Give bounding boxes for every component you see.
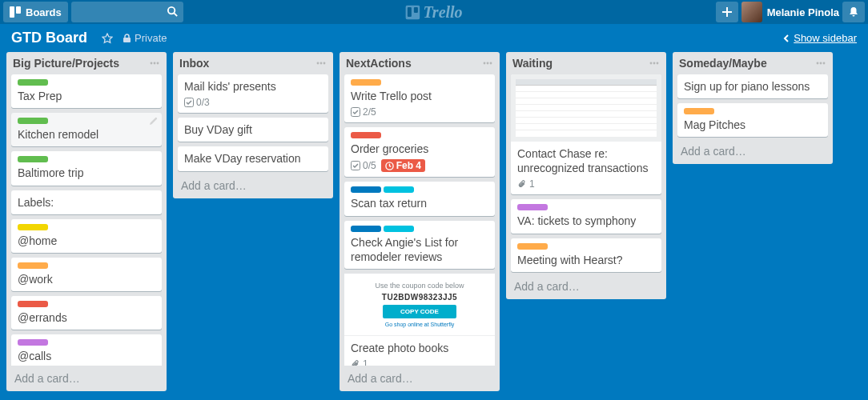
list-menu-button[interactable] <box>649 58 660 69</box>
label-sky[interactable] <box>384 226 414 232</box>
svg-rect-5 <box>408 7 412 17</box>
label-yellow[interactable] <box>18 224 48 230</box>
label-purple[interactable] <box>517 204 548 210</box>
card-title: Kitchen remodel <box>18 127 155 142</box>
label-red[interactable] <box>18 301 48 307</box>
edit-card-icon[interactable] <box>149 116 159 126</box>
card[interactable]: Mag Pitches <box>677 103 828 137</box>
card-labels <box>18 224 155 230</box>
svg-rect-1 <box>16 6 21 14</box>
card[interactable]: Order groceries0/5Feb 4 <box>344 127 495 177</box>
card-title: Tax Prep <box>18 89 155 103</box>
card[interactable]: Check Angie's List for remodeler reviews <box>344 221 495 269</box>
card-title: Scan tax return <box>351 196 488 210</box>
card-labels <box>351 132 488 138</box>
card-title: Buy VDay gift <box>184 122 322 137</box>
star-button[interactable] <box>97 30 118 47</box>
list-cards: Tax PrepKitchen remodelBaltimore tripLab… <box>6 74 167 366</box>
card-title: Baltimore trip <box>18 166 155 180</box>
card-title: Make VDay reservation <box>184 151 322 166</box>
label-green[interactable] <box>18 118 48 124</box>
list-menu-button[interactable] <box>482 58 493 69</box>
card[interactable]: Contact Chase re: unrecognized transacti… <box>511 74 661 194</box>
svg-point-11 <box>317 62 319 65</box>
card[interactable]: Scan tax return <box>344 182 495 215</box>
card[interactable]: Meeting with Hearst? <box>511 238 661 272</box>
card-title: Meeting with Hearst? <box>517 253 655 267</box>
card[interactable]: Baltimore trip <box>11 151 162 185</box>
card[interactable]: @calls <box>11 334 162 366</box>
user-menu[interactable]: Melanie Pinola <box>741 2 839 22</box>
add-card-button[interactable]: Add a card… <box>173 173 333 198</box>
add-card-button[interactable]: Add a card… <box>673 138 833 164</box>
label-blue[interactable] <box>351 186 381 193</box>
privacy-button[interactable]: Private <box>118 29 171 47</box>
label-orange[interactable] <box>517 243 548 250</box>
list-name: Someday/Maybe <box>679 57 767 70</box>
list-header[interactable]: Big Picture/Projects <box>6 52 167 74</box>
label-orange[interactable] <box>684 108 714 114</box>
board-name[interactable]: GTD Board <box>11 30 87 46</box>
card-title: Create photo books <box>351 341 488 355</box>
card-labels <box>18 118 155 124</box>
label-sky[interactable] <box>384 186 414 193</box>
list-header[interactable]: Inbox <box>173 52 333 74</box>
svg-rect-7 <box>123 38 131 42</box>
label-orange[interactable] <box>18 262 48 269</box>
list-cards: Contact Chase re: unrecognized transacti… <box>506 74 666 274</box>
add-card-button[interactable]: Add a card… <box>506 274 666 299</box>
list-cards: Sign up for piano lessonsMag Pitches <box>673 74 833 138</box>
search-input[interactable] <box>71 2 183 22</box>
list-menu-button[interactable] <box>815 58 826 69</box>
card[interactable]: Mail kids' presents0/3 <box>178 74 328 113</box>
card[interactable]: Sign up for piano lessons <box>677 74 828 98</box>
svg-point-23 <box>657 62 659 65</box>
label-purple[interactable] <box>18 339 48 346</box>
svg-point-8 <box>151 62 153 65</box>
list-menu-button[interactable] <box>149 58 160 69</box>
logo[interactable]: Trello <box>405 3 462 22</box>
card[interactable]: @work <box>11 258 162 291</box>
card[interactable]: @home <box>11 219 162 253</box>
card-badges: 0/5Feb 4 <box>351 159 488 172</box>
card-cover-image <box>511 74 661 142</box>
show-sidebar-link[interactable]: Show sidebar <box>783 32 857 44</box>
card-title: Order groceries <box>351 142 488 156</box>
create-button[interactable] <box>716 2 738 22</box>
list-header[interactable]: Waiting <box>506 52 666 74</box>
card[interactable]: Buy VDay gift <box>178 118 328 142</box>
checklist-badge: 2/5 <box>351 106 376 118</box>
svg-point-2 <box>168 7 175 14</box>
label-green[interactable] <box>18 156 48 162</box>
card-title: @work <box>18 272 155 286</box>
list-header[interactable]: Someday/Maybe <box>673 52 833 74</box>
label-red[interactable] <box>351 132 381 138</box>
add-card-button[interactable]: Add a card… <box>340 366 500 391</box>
label-green[interactable] <box>18 79 48 86</box>
card-labels <box>18 262 155 269</box>
list-menu-button[interactable] <box>315 58 327 69</box>
label-blue[interactable] <box>351 226 381 232</box>
boards-button[interactable]: Boards <box>3 2 68 22</box>
card[interactable]: Use the coupon code belowTU2BDW98323JJ5C… <box>344 274 495 366</box>
notifications-button[interactable] <box>842 2 865 22</box>
svg-point-26 <box>823 62 826 65</box>
add-card-button[interactable]: Add a card… <box>6 366 167 391</box>
list: WaitingContact Chase re: unrecognized tr… <box>506 52 666 299</box>
list: Someday/MaybeSign up for piano lessonsMa… <box>673 52 833 164</box>
coupon-copy-button: COPY CODE <box>383 305 456 318</box>
card[interactable]: Write Trello post2/5 <box>344 74 495 122</box>
card[interactable]: Make VDay reservation <box>178 146 328 170</box>
card[interactable]: Labels: <box>11 190 162 214</box>
svg-point-22 <box>653 62 656 65</box>
list-header[interactable]: NextActions <box>340 52 500 74</box>
board-canvas[interactable]: Big Picture/ProjectsTax PrepKitchen remo… <box>0 52 868 398</box>
card[interactable]: Tax Prep <box>11 74 162 108</box>
checklist-badge: 0/3 <box>184 97 210 108</box>
card[interactable]: VA: tickets to symphony <box>511 199 661 233</box>
card[interactable]: @errands <box>11 296 162 330</box>
card-title: VA: tickets to symphony <box>517 214 655 228</box>
label-orange[interactable] <box>351 79 381 86</box>
svg-point-13 <box>323 62 326 65</box>
card[interactable]: Kitchen remodel <box>11 113 162 146</box>
